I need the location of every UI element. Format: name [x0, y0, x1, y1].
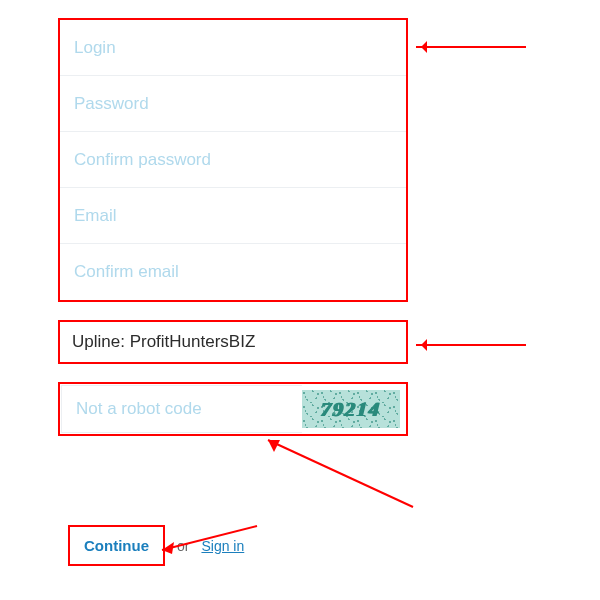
password-input[interactable]	[74, 94, 392, 114]
login-field-row	[60, 20, 406, 76]
confirm-email-input[interactable]	[74, 262, 392, 282]
annotation-arrow-icon	[258, 432, 418, 512]
svg-line-0	[268, 440, 413, 507]
annotation-arrow-icon	[152, 520, 262, 560]
confirm-email-field-row	[60, 244, 406, 300]
captcha-image: 79214	[302, 390, 400, 428]
svg-marker-3	[162, 542, 174, 554]
svg-marker-1	[268, 440, 280, 452]
upline-text: Upline: ProfitHuntersBIZ	[72, 332, 255, 352]
confirm-password-field-row	[60, 132, 406, 188]
captcha-code: 79214	[320, 398, 382, 421]
captcha-input-wrap	[61, 385, 302, 433]
login-input[interactable]	[74, 38, 392, 58]
captcha-input[interactable]	[76, 399, 288, 419]
svg-line-2	[162, 526, 257, 550]
captcha-row: 79214	[58, 382, 408, 436]
email-field-row	[60, 188, 406, 244]
upline-display: Upline: ProfitHuntersBIZ	[58, 320, 408, 364]
annotation-arrow-icon	[416, 46, 526, 48]
signup-fields-group	[58, 18, 408, 302]
annotation-arrow-icon	[416, 344, 526, 346]
confirm-password-input[interactable]	[74, 150, 392, 170]
email-input[interactable]	[74, 206, 392, 226]
continue-button[interactable]: Continue	[68, 525, 165, 566]
password-field-row	[60, 76, 406, 132]
